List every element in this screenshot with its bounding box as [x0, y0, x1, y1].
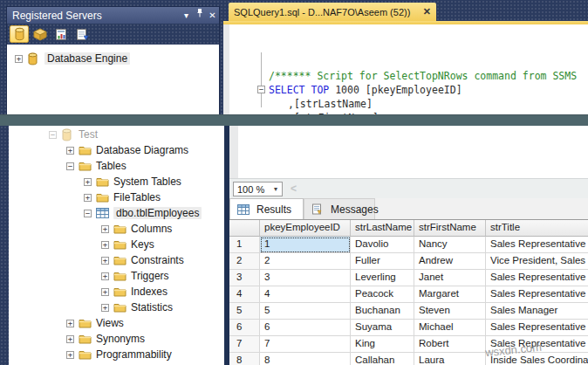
expander-icon[interactable]: + — [101, 272, 109, 280]
expander-icon[interactable]: + — [101, 288, 109, 296]
grid-cell[interactable]: Sales Representative — [486, 270, 588, 286]
tree-node-test[interactable]: −Test — [9, 127, 224, 142]
close-icon[interactable]: ✕ — [206, 8, 219, 24]
tree-node-filetables[interactable]: +FileTables — [9, 189, 224, 205]
grid-row-number[interactable]: 7 — [229, 336, 260, 353]
expander-icon[interactable]: − — [49, 131, 57, 139]
grid-cell[interactable]: Steven — [414, 303, 486, 320]
tree-node-programmability[interactable]: +Programmability — [9, 347, 224, 362]
tree-node-keys[interactable]: +Keys — [9, 237, 224, 252]
grid-row-number[interactable]: 6 — [229, 320, 260, 336]
expander-icon[interactable]: + — [101, 257, 109, 265]
expander-icon[interactable]: + — [101, 241, 109, 249]
grid-cell[interactable]: 3 — [260, 270, 351, 286]
pin-icon[interactable] — [193, 8, 206, 24]
expander-icon[interactable]: − — [66, 162, 74, 170]
tree-node-synonyms[interactable]: +Synonyms — [9, 331, 224, 347]
grid-cell[interactable]: Laura — [414, 353, 486, 365]
grid-column-header[interactable]: pkeyEmployeeID — [260, 220, 351, 237]
grid-cell[interactable]: Callahan — [351, 353, 414, 365]
tree-node-statistics[interactable]: +Statistics — [9, 300, 224, 315]
splitter-seam[interactable] — [0, 114, 588, 126]
sql-code[interactable]: /****** Script for SelectTopNRows comman… — [257, 27, 585, 114]
grid-column-header[interactable]: strLastName — [351, 220, 414, 237]
grid-cell[interactable]: 6 — [260, 320, 351, 336]
zoom-level-dropdown[interactable]: 100 % ▾ — [233, 182, 283, 196]
grid-cell[interactable]: Andrew — [414, 253, 486, 270]
database-engine-button[interactable] — [10, 25, 29, 43]
sql-editor[interactable]: /****** Script for SelectTopNRows comman… — [223, 24, 588, 114]
tab-messages[interactable]: Messages — [304, 198, 375, 219]
grid-column-header[interactable]: strTitle — [486, 220, 588, 237]
grid-cell[interactable]: Sales Representative — [486, 320, 588, 336]
grid-cell[interactable]: Michael — [414, 320, 486, 336]
grid-row-number[interactable]: 2 — [229, 253, 260, 270]
integration-services-button[interactable] — [72, 25, 92, 43]
grid-cell[interactable]: Janet — [414, 270, 486, 286]
grid-cell[interactable]: King — [351, 336, 414, 353]
analysis-services-button[interactable] — [31, 25, 50, 43]
tree-node-constraints[interactable]: +Constraints — [9, 252, 224, 268]
expander-icon[interactable]: + — [15, 55, 23, 63]
grid-cell[interactable]: Leverling — [351, 270, 414, 286]
scrollbar-left-arrow-icon[interactable]: < — [291, 182, 297, 195]
reporting-services-button[interactable] — [51, 25, 71, 43]
expander-icon[interactable]: + — [66, 351, 74, 359]
expander-icon[interactable]: + — [101, 225, 109, 233]
expander-icon[interactable]: + — [101, 304, 109, 312]
grid-cell[interactable]: 8 — [260, 353, 351, 365]
collapse-region-icon[interactable]: − — [257, 86, 265, 93]
grid-cell[interactable]: 2 — [260, 253, 351, 270]
grid-cell[interactable]: Sales Manager — [486, 303, 588, 320]
expander-icon[interactable]: + — [84, 194, 92, 202]
grid-row-number[interactable]: 8 — [229, 353, 260, 365]
grid-cell[interactable]: Peacock — [351, 286, 414, 303]
tab-close-icon[interactable]: ✕ — [423, 6, 431, 17]
expander-icon[interactable]: − — [84, 210, 92, 217]
tree-node-system-tables[interactable]: +System Tables — [9, 174, 224, 189]
grid-cell[interactable]: Nancy — [414, 237, 486, 253]
expander-icon[interactable]: + — [66, 320, 74, 327]
grid-row-number[interactable]: 1 — [229, 237, 260, 253]
grid-cell[interactable]: Suyama — [351, 320, 414, 336]
grid-cell[interactable]: Vice President, Sales — [486, 253, 588, 270]
tab-results[interactable]: Results — [229, 198, 304, 219]
tree-node-database-diagrams[interactable]: +Database Diagrams — [9, 142, 224, 158]
grid-column-header[interactable]: strFirstName — [414, 220, 486, 237]
registered-servers-titlebar[interactable]: Registered Servers ▾ ✕ — [7, 7, 219, 24]
grid-cell[interactable]: Buchanan — [351, 303, 414, 320]
tree-node-triggers[interactable]: +Triggers — [9, 268, 224, 284]
grid-row-number[interactable]: 4 — [229, 286, 260, 303]
grid-cell[interactable]: 4 — [260, 286, 351, 303]
expander-icon[interactable]: + — [66, 147, 74, 155]
expander-icon[interactable]: + — [84, 178, 92, 186]
tree-node-indexes[interactable]: +Indexes — [9, 284, 224, 300]
zoom-level-value: 100 % — [234, 184, 270, 195]
grid-row-number[interactable]: 5 — [229, 303, 260, 320]
grid-cell[interactable]: 7 — [260, 336, 351, 353]
tree-node-columns[interactable]: +Columns — [9, 221, 224, 237]
grid-corner-cell[interactable] — [229, 220, 260, 237]
expander-icon[interactable]: + — [66, 335, 74, 343]
tree-node-database-engine[interactable]: + Database Engine — [7, 51, 219, 66]
grid-cell[interactable]: 1 — [260, 237, 351, 253]
tree-node-views[interactable]: +Views — [9, 315, 224, 331]
tab-messages-label: Messages — [331, 203, 379, 216]
grid-row-number[interactable]: 3 — [229, 270, 260, 286]
grid-cell[interactable]: 5 — [260, 303, 351, 320]
grid-cell[interactable]: Sales Representative — [486, 286, 588, 303]
grid-cell[interactable]: Davolio — [351, 237, 414, 253]
tree-node-label: Keys — [131, 238, 154, 251]
messages-icon — [311, 203, 326, 217]
folder-icon — [79, 348, 93, 362]
grid-cell[interactable]: Fuller — [351, 253, 414, 270]
grid-cell[interactable]: Margaret — [414, 286, 486, 303]
document-tab[interactable]: SQLQuery1.sql - D...NAF7O\Aseem (52)) ✕ — [229, 3, 436, 21]
tree-node-dbo-tblemployees[interactable]: −dbo.tblEmployees — [9, 205, 224, 221]
grid-cell[interactable]: Robert — [414, 336, 486, 353]
tree-node-tables[interactable]: −Tables — [9, 158, 224, 174]
folder-icon — [96, 175, 111, 189]
grid-cell[interactable]: Sales Representative — [486, 237, 588, 253]
code-line: /****** Script for SelectTopNRows comman… — [257, 69, 585, 83]
window-menu-icon[interactable]: ▾ — [180, 8, 193, 24]
